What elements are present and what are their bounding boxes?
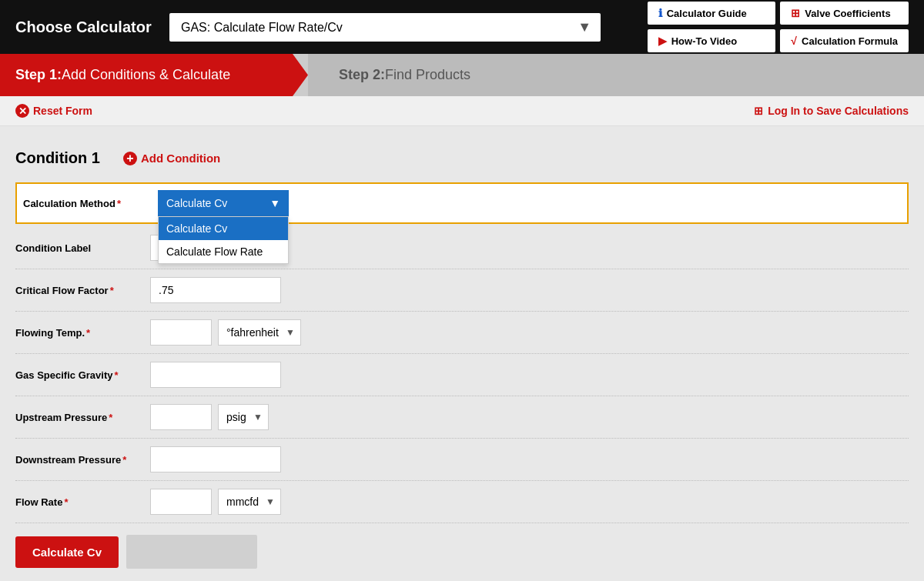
calculation-method-menu: Calculate Cv Calculate Flow Rate [158, 216, 289, 264]
add-condition-button[interactable]: + Add Condition [123, 152, 220, 165]
flowing-temp-row: Flowing Temp.* °fahrenheit °celsius °kel… [15, 312, 909, 354]
grid-icon: ⊞ [791, 7, 800, 19]
condition-label-row: Condition Label [15, 227, 909, 269]
flowing-temp-unit-wrapper: °fahrenheit °celsius °kelvin °rankine ▼ [218, 319, 301, 346]
save-icon: ⊞ [754, 105, 763, 117]
upstream-pressure-unit-wrapper: psig psia bar kPa ▼ [218, 404, 269, 430]
upstream-pressure-label: Upstream Pressure* [15, 412, 150, 423]
critical-flow-factor-input[interactable] [150, 277, 281, 303]
flow-rate-row: Flow Rate* mmcfd scfh scfm nm3/h ▼ [15, 481, 909, 523]
steps-bar: Step 1: Add Conditions & Calculate Step … [0, 54, 924, 96]
valve-coefficients-button[interactable]: ⊞ Valve Coefficients [780, 2, 909, 25]
step1-num: Step 1: [15, 67, 62, 83]
calculation-method-trigger[interactable]: Calculate Cv ▼ [158, 190, 289, 216]
reset-form-label: Reset Form [33, 105, 92, 117]
calculation-method-value: Calculate Cv [166, 197, 227, 209]
toolbar-row: ✕ Reset Form ⊞ Log In to Save Calculatio… [0, 96, 924, 126]
calc-flow-rate-option[interactable]: Calculate Flow Rate [159, 240, 288, 263]
reset-form-button[interactable]: ✕ Reset Form [15, 104, 92, 118]
required-indicator: * [117, 198, 121, 209]
required-indicator: * [109, 412, 112, 423]
condition-title: Condition 1 [15, 149, 100, 167]
main-content: Condition 1 + Add Condition Calculation … [0, 126, 924, 581]
upstream-pressure-unit-select[interactable]: psig psia bar kPa [218, 404, 269, 430]
valve-coefficients-label: Valve Coefficients [805, 8, 890, 19]
required-indicator: * [110, 285, 114, 296]
dropdown-arrow-icon: ▼ [270, 197, 280, 209]
calculator-guide-button[interactable]: ℹ Calculator Guide [648, 2, 776, 25]
calculate-button[interactable]: Calculate Cv [15, 536, 119, 568]
calc-cv-option[interactable]: Calculate Cv [159, 217, 288, 240]
condition-header: Condition 1 + Add Condition [15, 149, 909, 167]
sqrt-icon: √ [791, 35, 797, 47]
play-icon: ▶ [658, 35, 667, 47]
flow-rate-label: Flow Rate* [15, 496, 150, 508]
condition-label-label: Condition Label [15, 242, 150, 254]
upstream-pressure-row: Upstream Pressure* psig psia bar kPa ▼ [15, 396, 909, 439]
required-indicator: * [122, 454, 126, 466]
how-to-video-button[interactable]: ▶ How-To Video [648, 29, 776, 52]
reset-icon: ✕ [15, 104, 29, 118]
calculation-formula-label: Calculation Formula [802, 35, 898, 47]
flowing-temp-input[interactable] [150, 319, 212, 346]
login-label: Log In to Save Calculations [768, 105, 909, 117]
upstream-pressure-input[interactable] [150, 404, 212, 430]
calculator-guide-label: Calculator Guide [667, 8, 747, 19]
calculation-method-label: Calculation Method* [23, 198, 158, 209]
app-logo: Choose Calculator [15, 18, 154, 36]
step2-num: Step 2: [339, 67, 385, 83]
calculation-result-box [126, 535, 257, 569]
login-to-save-button[interactable]: ⊞ Log In to Save Calculations [754, 105, 909, 117]
header-buttons: ℹ Calculator Guide ⊞ Valve Coefficients … [648, 2, 909, 52]
calculation-method-dropdown[interactable]: Calculate Cv ▼ Calculate Cv Calculate Fl… [158, 190, 289, 216]
calculation-method-row: Calculation Method* Calculate Cv ▼ Calcu… [15, 182, 909, 224]
required-indicator: * [64, 496, 68, 508]
gas-specific-gravity-row: Gas Specific Gravity* [15, 354, 909, 396]
gas-specific-gravity-label: Gas Specific Gravity* [15, 369, 150, 381]
critical-flow-factor-label: Critical Flow Factor* [15, 285, 150, 296]
step-1: Step 1: Add Conditions & Calculate [0, 54, 308, 96]
flow-rate-unit-select[interactable]: mmcfd scfh scfm nm3/h [218, 489, 281, 515]
add-condition-label: Add Condition [141, 152, 220, 165]
how-to-video-label: How-To Video [671, 35, 737, 47]
downstream-pressure-row: Downstream Pressure* [15, 439, 909, 481]
step1-text: Add Conditions & Calculate [62, 67, 230, 83]
gas-specific-gravity-input[interactable] [150, 362, 281, 388]
step-2: Step 2: Find Products [308, 54, 924, 96]
app-header: Choose Calculator GAS: Calculate Flow Ra… [0, 0, 924, 54]
upstream-pressure-inputs: psig psia bar kPa ▼ [150, 404, 269, 430]
flowing-temp-inputs: °fahrenheit °celsius °kelvin °rankine ▼ [150, 319, 301, 346]
required-indicator: * [114, 369, 118, 381]
conditions-form: Calculation Method* Calculate Cv ▼ Calcu… [15, 182, 909, 580]
flow-rate-input[interactable] [150, 489, 212, 515]
step2-text: Find Products [385, 67, 470, 83]
flow-rate-inputs: mmcfd scfh scfm nm3/h ▼ [150, 489, 281, 515]
required-indicator: * [86, 327, 90, 339]
calculator-select[interactable]: GAS: Calculate Flow Rate/Cv GAS: Calcula… [169, 13, 601, 42]
flow-rate-unit-wrapper: mmcfd scfh scfm nm3/h ▼ [218, 489, 281, 515]
calculator-select-wrapper: GAS: Calculate Flow Rate/Cv GAS: Calcula… [169, 13, 601, 42]
calculation-formula-button[interactable]: √ Calculation Formula [780, 29, 909, 52]
downstream-pressure-label: Downstream Pressure* [15, 454, 150, 466]
flowing-temp-label: Flowing Temp.* [15, 327, 150, 339]
info-icon: ℹ [658, 7, 662, 19]
downstream-pressure-input[interactable] [150, 446, 281, 472]
critical-flow-factor-row: Critical Flow Factor* [15, 269, 909, 312]
calculate-button-row: Calculate Cv [15, 523, 909, 580]
flowing-temp-unit-select[interactable]: °fahrenheit °celsius °kelvin °rankine [218, 319, 301, 346]
add-icon: + [123, 152, 137, 165]
